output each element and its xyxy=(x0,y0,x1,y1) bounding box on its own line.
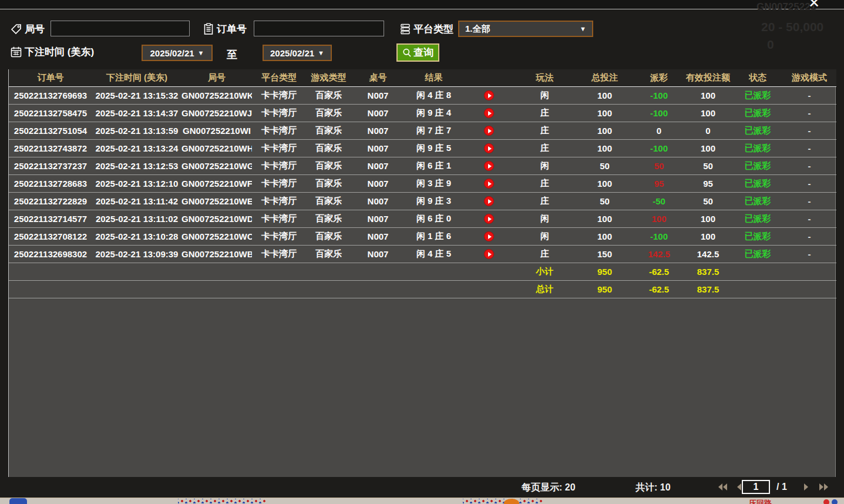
cell-game-mode: - xyxy=(782,122,836,139)
cell-round-id: GN007252210WG xyxy=(181,157,252,174)
cell-payout: -100 xyxy=(635,86,683,104)
tag-icon xyxy=(10,23,22,35)
pagination-bar: 每页显示: 20 共计: 10 / 1 xyxy=(0,477,844,498)
replay-icon[interactable] xyxy=(484,90,494,100)
cell-replay xyxy=(463,192,515,210)
cell-total-bet: 100 xyxy=(574,174,635,192)
replay-icon[interactable] xyxy=(484,231,494,241)
search-button-label: 查询 xyxy=(413,46,433,59)
cell-platform: 卡卡湾厅 xyxy=(252,192,306,210)
cell-order-id: 250221132758475 xyxy=(9,104,92,122)
cell-platform: 卡卡湾厅 xyxy=(252,104,306,122)
first-page-icon[interactable] xyxy=(716,481,729,493)
search-icon xyxy=(402,48,412,58)
last-page-icon[interactable] xyxy=(818,481,830,493)
chevron-down-icon: ▼ xyxy=(198,49,204,56)
header-total-bet: 总投注 xyxy=(574,69,635,86)
cell-game-type: 百家乐 xyxy=(306,104,351,122)
cell-result: 闲 9 庄 3 xyxy=(405,192,463,210)
replay-icon[interactable] xyxy=(484,126,494,136)
header-replay xyxy=(463,69,515,86)
cell-game-type: 百家乐 xyxy=(306,174,351,192)
replay-icon[interactable] xyxy=(484,108,494,118)
table-row: 250221132728683 2025-02-21 13:12:10 GN00… xyxy=(9,174,836,192)
cell-valid-bet: 100 xyxy=(683,86,733,104)
cell-game-type: 百家乐 xyxy=(306,157,351,174)
replay-icon[interactable] xyxy=(484,161,494,171)
cell-bet-time: 2025-02-21 13:09:39 xyxy=(92,245,181,263)
round-number-label: 局号 xyxy=(25,22,45,36)
next-page-icon[interactable] xyxy=(800,481,813,493)
cell-result: 闲 9 庄 5 xyxy=(405,139,463,157)
platform-type-select[interactable]: 1.全部 ▼ xyxy=(458,21,593,37)
cell-bet-time: 2025-02-21 13:12:10 xyxy=(92,174,181,192)
replay-icon[interactable] xyxy=(484,143,494,153)
replay-icon[interactable] xyxy=(484,179,494,189)
cell-status: 已派彩 xyxy=(733,157,782,174)
player-dot-icon xyxy=(832,499,838,504)
cell-table-no: N007 xyxy=(351,104,405,122)
search-button[interactable]: 查询 xyxy=(396,43,439,62)
date-from-value: 2025/02/21 xyxy=(150,48,194,58)
close-icon[interactable]: ✕ xyxy=(806,0,822,10)
date-from-select[interactable]: 2025/02/21 ▼ xyxy=(142,45,213,61)
cell-valid-bet: 142.5 xyxy=(683,245,733,263)
cell-bet-time: 2025-02-21 13:11:42 xyxy=(92,192,181,210)
cell-payout: 100 xyxy=(635,210,683,227)
window-top-strip xyxy=(0,0,844,9)
cell-status: 已派彩 xyxy=(733,227,782,245)
cell-replay xyxy=(463,157,515,174)
cell-game-mode: - xyxy=(782,210,836,227)
replay-icon[interactable] xyxy=(484,196,494,206)
cell-total-bet: 100 xyxy=(574,104,635,122)
cell-table-no: N007 xyxy=(351,122,405,139)
table-row: 250221132722829 2025-02-21 13:11:42 GN00… xyxy=(9,192,836,210)
total-payout: -62.5 xyxy=(635,280,683,298)
replay-icon[interactable] xyxy=(484,249,494,259)
cell-replay xyxy=(463,122,515,139)
table-row: 250221132708122 2025-02-21 13:10:28 GN00… xyxy=(9,227,836,245)
cell-replay xyxy=(463,174,515,192)
cell-table-no: N007 xyxy=(351,227,405,245)
date-to-select[interactable]: 2025/02/21 ▼ xyxy=(263,45,332,61)
table-row: 250221132698302 2025-02-21 13:09:39 GN00… xyxy=(9,245,836,263)
cell-round-id: GN007252210WK xyxy=(181,86,252,104)
table-row: 250221132751054 2025-02-21 13:13:59 GN00… xyxy=(9,122,836,139)
cell-game-mode: - xyxy=(782,174,836,192)
cell-result: 闲 9 庄 4 xyxy=(405,104,463,122)
total-valid-bet: 837.5 xyxy=(683,280,733,298)
cell-game-mode: - xyxy=(782,227,836,245)
cell-total-bet: 100 xyxy=(574,139,635,157)
records-table: 订单号 下注时间 (美东) 局号 平台类型 游戏类型 桌号 结果 玩法 总投注 … xyxy=(9,69,836,298)
table-header-row: 订单号 下注时间 (美东) 局号 平台类型 游戏类型 桌号 结果 玩法 总投注 … xyxy=(9,69,836,86)
page-number-input[interactable] xyxy=(742,480,770,494)
cell-order-id: 250221132722829 xyxy=(9,192,92,210)
cell-total-bet: 150 xyxy=(574,245,635,263)
header-game-type: 游戏类型 xyxy=(306,69,351,86)
platform-server-icon xyxy=(399,23,411,35)
blue-chip-fragment xyxy=(9,498,27,504)
cell-payout: 50 xyxy=(635,157,683,174)
cell-replay xyxy=(463,104,515,122)
round-number-input[interactable] xyxy=(51,21,190,36)
betting-records-window: ✕ GN00725221 20 - 50,000 0 局号 订单号 xyxy=(0,0,844,504)
cell-result: 闲 6 庄 1 xyxy=(405,157,463,174)
subtotal-valid-bet: 837.5 xyxy=(683,263,733,280)
order-number-input[interactable] xyxy=(254,21,384,36)
cell-game-mode: - xyxy=(782,86,836,104)
table-row: 250221132714577 2025-02-21 13:11:02 GN00… xyxy=(9,210,836,227)
cell-total-bet: 100 xyxy=(574,227,635,245)
header-order-id: 订单号 xyxy=(9,69,92,86)
cell-game-type: 百家乐 xyxy=(306,210,351,227)
date-to-value: 2025/02/21 xyxy=(270,48,314,58)
cell-play: 闲 xyxy=(515,210,574,227)
total-count-label: 共计: 10 xyxy=(635,482,671,494)
header-table-no: 桌号 xyxy=(351,69,405,86)
cell-bet-time: 2025-02-21 13:15:32 xyxy=(92,86,181,104)
cell-table-no: N007 xyxy=(351,157,405,174)
cell-round-id: GN007252210WC xyxy=(181,227,252,245)
header-round-id: 局号 xyxy=(181,69,252,86)
cell-total-bet: 100 xyxy=(574,210,635,227)
replay-icon[interactable] xyxy=(484,214,494,224)
cell-game-mode: - xyxy=(782,139,836,157)
